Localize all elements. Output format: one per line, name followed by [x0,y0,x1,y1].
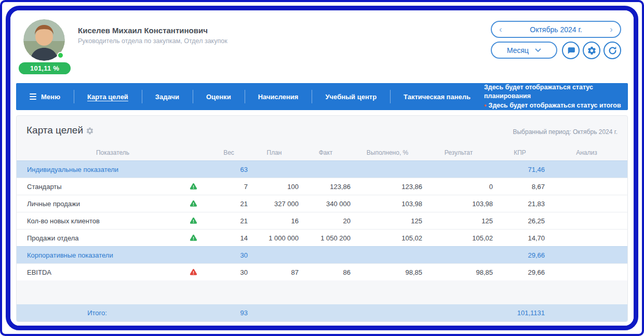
goal-map-card: Карта целей Выбранный период: Октябрь 20… [16,115,628,322]
result-value: 0 [423,183,494,191]
period-selector[interactable]: ‹ Октябрь 2024 г. › [491,21,621,38]
weight-value: 30 [209,268,249,276]
chat-icon [566,46,576,56]
nav-item-tactical-panel[interactable]: Тактическая панель [390,83,484,110]
table-row[interactable]: Продажи отдела141 000 0001 050 200105,02… [17,229,627,246]
kpr-value: 14,70 [494,234,546,242]
done-percent-value: 98,85 [352,268,423,276]
screen-frame: 101,11 % Киселев Михаил Константинович Р… [0,0,644,336]
weight-value: 30 [209,251,249,259]
ok-triangle-icon [189,182,198,191]
alert-triangle-icon [189,268,198,277]
col-header-fact: Факт [300,149,352,156]
result-value: 105,02 [423,234,494,242]
plan-value: 16 [249,217,300,225]
indicator-status-cell [178,234,209,243]
goal-map-settings-icon[interactable] [86,127,94,135]
indicator-name: Корпоративные показатели [17,251,178,259]
refresh-button[interactable] [603,42,621,59]
period-next-button[interactable]: › [603,22,619,37]
page-title: Карта целей [26,125,83,136]
settings-button[interactable] [583,42,600,59]
indicator-name: Кол-во новых клиентов [17,217,178,225]
result-value: 98,85 [423,268,494,276]
group-row[interactable]: Индивидуальные показатели6371,46 [17,160,627,178]
weight-value: 7 [209,183,249,191]
weight-value: 63 [209,166,249,173]
kpr-value: 21,83 [494,200,546,208]
indicator-status-cell [178,268,209,277]
col-header-indicator: Показатель [17,149,209,156]
weight-value: 21 [209,200,249,208]
period-label: Октябрь 2024 г. [530,25,582,34]
granularity-label: Месяц [507,46,529,55]
nav-item-menu[interactable]: Меню [16,83,74,110]
gear-icon [587,46,597,56]
indicator-name: Индивидуальные показатели [17,166,178,173]
user-title: Руководитель отдела по закупкам, Отдел з… [78,37,227,45]
totals-kpr: 101,1131 [494,309,546,317]
col-header-weight: Вес [209,149,249,156]
totals-label: Итого: [17,309,178,317]
done-percent-value: 123,86 [352,183,423,191]
selected-period-label: Выбранный период: Октябрь 2024 г. [513,128,618,136]
indicator-name: Личные продажи [17,200,178,208]
done-percent-value: 105,02 [352,234,423,242]
indicator-status-cell [178,217,209,225]
nav-item-accruals[interactable]: Начисления [245,83,312,110]
kpr-value: 29,66 [494,251,546,259]
nav-item-goal-map[interactable]: Карта целей [74,83,142,110]
plan-value: 327 000 [249,200,300,208]
totals-weight: 93 [209,309,249,317]
period-prev-button[interactable]: ‹ [493,22,508,37]
table-row[interactable]: EBITDA30878698,8598,8529,66 [17,263,627,280]
chevron-down-icon [535,48,541,52]
ok-triangle-icon [189,217,198,225]
col-header-result: Результат [423,149,494,156]
table-row[interactable]: Стандарты7100123,86123,8608,67 [17,178,627,195]
hamburger-icon [30,93,36,100]
nav-item-tasks[interactable]: Задачи [142,83,193,110]
table-row[interactable]: Кол-во новых клиентов21162012512526,25 [17,212,627,229]
weight-value: 21 [209,217,249,225]
result-value: 103,98 [423,200,494,208]
totals-row: Итого: 93 101,1131 [17,304,627,321]
fact-value: 340 000 [300,200,352,208]
results-status-text: •Здесь будет отображаться статус итогов [484,101,623,110]
kpr-value: 71,46 [494,166,546,173]
table-header: Показатель Вес План Факт Выполнено, % Ре… [17,145,627,160]
indicator-status-cell [178,182,209,191]
planning-status-text: Здесь будет отображаться статус планиров… [484,83,623,101]
planning-status-block: Здесь будет отображаться статус планиров… [484,83,628,110]
col-header-done: Выполнено, % [352,149,423,156]
kpr-value: 29,66 [494,268,546,276]
granularity-select[interactable]: Месяц [491,42,557,59]
fact-value: 1 050 200 [300,234,352,242]
indicator-name: Продажи отдела [17,234,178,242]
user-name: Киселев Михаил Константинович [78,26,208,35]
plan-value: 87 [249,268,300,276]
group-row[interactable]: Корпоративные показатели3029,66 [17,246,627,263]
status-bullet-icon: • [484,101,487,109]
ok-triangle-icon [189,234,198,243]
user-avatar[interactable] [23,19,65,61]
online-status-dot [57,52,64,59]
nav-item-assessments[interactable]: Оценки [193,83,245,110]
refresh-icon [608,46,618,56]
kpr-value: 8,67 [494,183,546,191]
goals-table: Индивидуальные показатели6371,46Стандарт… [17,160,627,280]
indicator-status-cell [178,199,209,208]
chat-button[interactable] [562,42,580,59]
done-percent-value: 125 [352,217,423,225]
ok-triangle-icon [189,199,198,208]
kpr-value: 26,25 [494,217,546,225]
fact-value: 123,86 [300,183,352,191]
result-value: 125 [423,217,494,225]
table-row[interactable]: Личные продажи21327 000340 000103,98103,… [17,195,627,212]
weight-value: 14 [209,234,249,242]
fact-value: 20 [300,217,352,225]
score-badge: 101,11 % [19,62,71,74]
plan-value: 1 000 000 [249,234,300,242]
nav-item-learning-center[interactable]: Учебный центр [312,83,390,110]
fact-value: 86 [300,268,352,276]
